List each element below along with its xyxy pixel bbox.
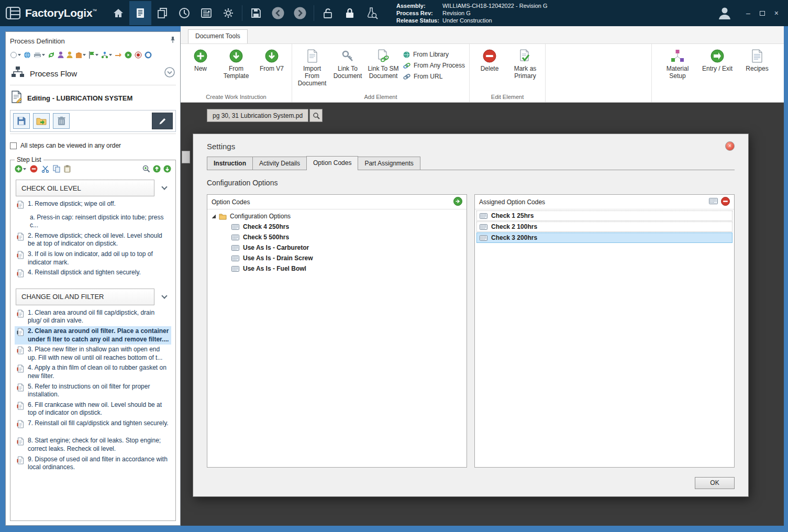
cut-button[interactable] [41, 165, 49, 173]
ok-button[interactable]: OK [695, 477, 735, 489]
new-button[interactable]: New [185, 47, 216, 73]
remove-option-code-button[interactable] [721, 197, 730, 207]
home-button[interactable] [107, 1, 129, 25]
close-button[interactable]: × [774, 9, 779, 17]
step-group-check-oil-level[interactable]: CHECK OIL LEVEL [16, 180, 154, 196]
tree-icon[interactable] [101, 51, 112, 59]
process-flow-row[interactable]: Process Flow [10, 63, 176, 83]
step-row[interactable]: 4. Apply a thin film of clean oil to rub… [15, 363, 171, 381]
import-from-document-button[interactable]: Import From Document [296, 47, 328, 87]
documents-button[interactable] [151, 1, 173, 25]
delete-step-button[interactable] [53, 113, 70, 129]
step-row[interactable]: 4. Reinstall dipstick and tighten secure… [15, 268, 171, 281]
step-row[interactable]: 1. Remove dipstick; wipe oil off. [15, 199, 171, 213]
add-step-button[interactable] [15, 165, 26, 173]
move-up-button[interactable] [153, 165, 161, 173]
settings-gear-button[interactable] [217, 1, 239, 25]
from-any-process-button[interactable]: From Any Process [403, 62, 465, 69]
pin-icon[interactable] [170, 36, 176, 46]
dialog-close-button[interactable]: × [725, 141, 735, 151]
tab-part-assignments[interactable]: Part Assignments [358, 157, 420, 170]
inspect-button[interactable] [361, 1, 383, 25]
step-row[interactable]: 5. Refer to instructions on oil filter f… [15, 382, 171, 400]
play-circle-icon[interactable] [125, 51, 132, 59]
chevron-down-icon[interactable] [159, 187, 170, 189]
step-row-selected[interactable]: 2. Clean area around oil filter. Place a… [15, 326, 171, 345]
lock-button[interactable] [339, 1, 361, 25]
printer-icon[interactable] [34, 52, 45, 59]
tab-instruction[interactable]: Instruction [207, 157, 253, 170]
step-row[interactable]: 3. Place new filter in shallow pan with … [15, 345, 171, 363]
any-order-checkbox[interactable] [10, 142, 17, 149]
from-v7-button[interactable]: From V7 [256, 47, 287, 73]
copy-button[interactable] [53, 165, 60, 173]
document-zoom-button[interactable] [309, 109, 323, 122]
assign-option-code-button[interactable] [453, 197, 462, 207]
news-button[interactable] [195, 1, 217, 25]
user-gold-icon[interactable] [66, 51, 73, 59]
option-code-item[interactable]: Use As Is - Drain Screw [207, 253, 467, 263]
recipes-button[interactable]: Recipes [740, 47, 774, 101]
tree-root-row[interactable]: Configuration Options [207, 211, 467, 221]
from-url-button[interactable]: From URL [403, 73, 465, 80]
delete-button[interactable]: Delete [474, 47, 505, 73]
assigned-item-selected[interactable]: Check 3 200hrs [476, 232, 732, 243]
step-row[interactable]: a. Press-in cap: reinsert dipstick into … [15, 213, 171, 231]
step-row[interactable]: 8. Start engine; check for oil leaks. St… [15, 436, 171, 454]
option-code-item[interactable]: Use As Is - Carburetor [207, 242, 467, 253]
option-code-item[interactable]: Use As Is - Fuel Bowl [207, 263, 467, 274]
from-library-button[interactable]: From Library [403, 51, 465, 58]
step-row[interactable]: 1. Clean area around oil fill cap/dipsti… [15, 308, 171, 326]
unlock-button[interactable] [317, 1, 339, 25]
step-row[interactable]: 6. Fill crankcase with new oil. Level sh… [15, 400, 171, 418]
globe-icon[interactable] [24, 51, 31, 59]
sync-arrows-icon[interactable] [48, 51, 55, 59]
paste-button[interactable] [64, 165, 71, 173]
work-instruction-button[interactable] [129, 1, 151, 25]
assigned-item[interactable]: Check 1 25hrs [476, 210, 732, 221]
step-row[interactable]: 3. If oil is low on indicator, add oil u… [15, 249, 171, 268]
option-code-item[interactable]: Check 5 500hrs [207, 232, 467, 242]
tab-document-tools[interactable]: Document Tools [188, 29, 248, 43]
arrow-right-icon[interactable] [115, 52, 122, 58]
zoom-step-button[interactable] [142, 165, 150, 173]
link-to-document-button[interactable]: Link To Document [332, 47, 363, 80]
flag-icon[interactable] [88, 51, 98, 59]
move-down-button[interactable] [163, 165, 171, 173]
from-template-button[interactable]: From Template [220, 47, 252, 80]
sync-button[interactable] [173, 1, 195, 25]
step-row[interactable]: 2. Remove dipstick; check oil level. Lev… [15, 231, 171, 249]
save-step-button[interactable] [13, 113, 30, 129]
link-to-s-m-document-button[interactable]: Link To SM Document [368, 47, 399, 80]
panel-grip[interactable] [182, 151, 190, 163]
remove-step-button[interactable] [30, 165, 38, 173]
keyboard-icon[interactable] [709, 198, 718, 206]
assigned-item[interactable]: Check 2 100hrs [476, 221, 732, 232]
step-row[interactable]: 9. Dispose of used oil and filter in acc… [15, 455, 171, 473]
user-purple-icon[interactable] [58, 51, 64, 59]
tab-activity-details[interactable]: Activity Details [252, 157, 307, 170]
import-button[interactable] [33, 113, 50, 129]
ring-blue-icon[interactable] [145, 51, 152, 59]
entry-exit-button[interactable]: Entry / Exit [700, 47, 735, 101]
collapse-circle-icon[interactable] [164, 67, 175, 80]
user-button[interactable] [714, 1, 736, 25]
chevron-down-icon[interactable] [159, 296, 170, 298]
tree-expander-icon[interactable] [212, 214, 216, 218]
record-circle-icon[interactable] [135, 51, 142, 59]
option-code-item[interactable]: Check 4 250hrs [207, 221, 467, 232]
mark-as-primary-button[interactable]: Mark as Primary [509, 47, 541, 80]
material-setup-button[interactable]: Material Setup [660, 47, 695, 101]
box-orange-icon[interactable] [75, 52, 86, 59]
step-row[interactable]: 7. Reinstall oil fill cap/dipstick and t… [15, 418, 171, 432]
save-button[interactable] [245, 1, 267, 25]
tab-option-codes[interactable]: Option Codes [306, 156, 358, 170]
document-tab[interactable]: pg 30, 31 Lubrication System.pd [207, 109, 308, 122]
back-button[interactable] [267, 1, 289, 25]
step-group-change-oil-and-filter[interactable]: CHANGE OIL AND FILTER [16, 289, 154, 305]
any-order-checkbox-row[interactable]: All steps can be viewed in any order [10, 139, 176, 152]
maximize-button[interactable] [760, 11, 765, 16]
minimize-button[interactable]: – [746, 9, 750, 17]
dropdown-circle-icon[interactable] [10, 51, 21, 59]
forward-button[interactable] [289, 1, 311, 25]
